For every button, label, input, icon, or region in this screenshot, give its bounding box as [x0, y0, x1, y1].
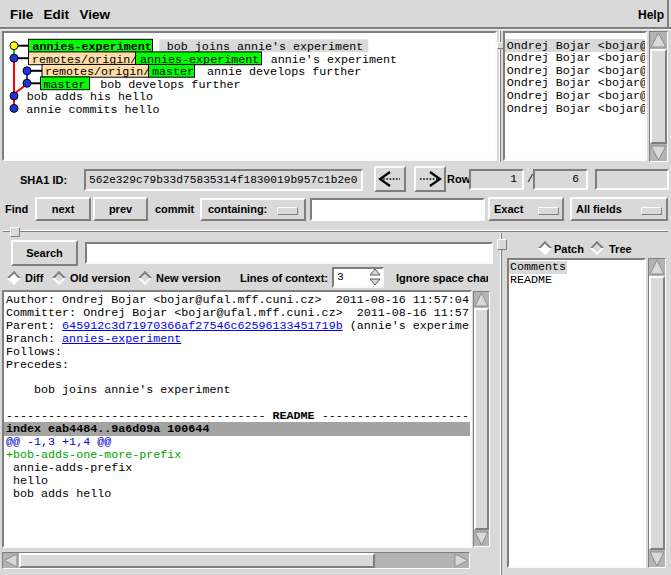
svg-text:annie commits hello: annie commits hello [26, 103, 159, 117]
